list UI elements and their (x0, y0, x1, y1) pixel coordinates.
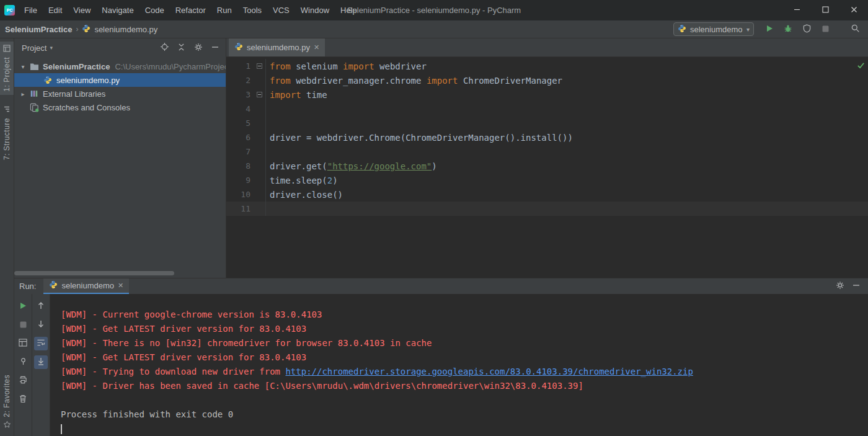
soft-wrap-button[interactable] (34, 337, 48, 350)
panel-settings-button[interactable] (190, 40, 206, 55)
line-number: 2 (246, 76, 250, 85)
tree-item-project-root[interactable]: ▾ SeleniumPractice C:\Users\mrudu\Pychar… (14, 60, 226, 73)
line-number-gutter[interactable]: 6 (226, 130, 266, 145)
inspection-ok-icon[interactable] (857, 61, 865, 71)
coverage-button[interactable] (799, 22, 815, 37)
tool-stripe-structure[interactable]: 7: Structure (0, 102, 14, 163)
project-view-selector[interactable]: Project ▾ (22, 43, 53, 53)
code-token: time (301, 90, 327, 100)
menu-tools[interactable]: Tools (237, 0, 267, 20)
tree-item-external-libraries[interactable]: ▸ External Libraries (14, 87, 226, 100)
run-icon (766, 25, 773, 34)
hide-icon (852, 282, 860, 291)
line-number-gutter[interactable]: 3 (226, 87, 266, 102)
scroll-to-end-button[interactable] (34, 355, 48, 369)
print-console-button[interactable] (16, 374, 30, 388)
console-text: [WDM] - Trying to download new driver fr… (61, 367, 285, 376)
collapse-all-button[interactable] (173, 40, 190, 55)
console-text: [WDM] - Get LATEST driver version for 83… (61, 324, 306, 334)
expand-arrow-icon[interactable]: ▾ (19, 63, 27, 70)
editor-tab-seleniumdemo[interactable]: seleniumdemo.py ✕ (229, 38, 325, 56)
stop-process-button[interactable] (16, 318, 30, 332)
clear-console-button[interactable] (16, 393, 30, 406)
close-icon[interactable]: ✕ (118, 282, 123, 290)
code-token: from (270, 61, 291, 71)
console-line-6: [WDM] - Driver has been saved in cache [… (61, 379, 868, 393)
fold-marker-icon[interactable] (257, 63, 262, 69)
menu-view[interactable]: View (68, 0, 96, 20)
minimize-button[interactable] (782, 0, 811, 20)
code-line-4[interactable]: 4 (226, 102, 868, 116)
hide-panel-button[interactable] (206, 40, 223, 55)
gear-icon (194, 43, 203, 53)
menu-file[interactable]: File (19, 0, 43, 20)
code-line-3[interactable]: 3import time (226, 87, 868, 102)
close-window-icon (851, 6, 857, 15)
console-line-3: [WDM] - There is no [win32] chromedriver… (61, 336, 868, 350)
code-line-9[interactable]: 9time.sleep(2) (226, 173, 868, 187)
hide-run-panel-button[interactable] (848, 279, 864, 294)
line-number: 3 (246, 90, 250, 99)
tool-stripe-project-label: 1: Project (2, 57, 11, 92)
locate-file-button[interactable] (156, 40, 173, 55)
code-editor[interactable]: 1from selenium import webdriver2from web… (226, 57, 868, 278)
code-line-2[interactable]: 2from webdriver_manager.chrome import Ch… (226, 73, 868, 87)
pin-tab-button[interactable] (16, 355, 30, 369)
console-link[interactable]: http://chromedriver.storage.googleapis.c… (285, 367, 693, 376)
code-line-10[interactable]: 10driver.close() (226, 187, 868, 202)
line-number-gutter[interactable]: 8 (226, 159, 266, 173)
menu-refactor[interactable]: Refactor (170, 0, 211, 20)
close-icon[interactable]: ✕ (314, 43, 319, 51)
line-number-gutter[interactable]: 10 (226, 187, 266, 202)
restore-layout-button[interactable] (16, 337, 30, 350)
tree-item-scratches[interactable]: Scratches and Consoles (14, 100, 226, 114)
stop-button[interactable] (817, 22, 833, 37)
run-config-select[interactable]: seleniumdemo ▾ (673, 22, 754, 36)
up-stack-trace-button[interactable] (34, 300, 48, 313)
line-number: 10 (241, 190, 250, 199)
debug-button[interactable] (780, 22, 796, 37)
line-number-gutter[interactable]: 5 (226, 116, 266, 130)
code-line-5[interactable]: 5 (226, 116, 868, 130)
menu-navigate[interactable]: Navigate (96, 0, 139, 20)
run-button[interactable] (761, 22, 777, 37)
menu-help[interactable]: Help (335, 0, 363, 20)
down-stack-trace-button[interactable] (34, 318, 48, 332)
maximize-button[interactable] (811, 0, 839, 20)
run-console[interactable]: [WDM] - Current google-chrome version is… (50, 294, 868, 436)
breadcrumb-file[interactable]: seleniumdemo.py (94, 25, 157, 34)
chevron-down-icon: ▾ (746, 26, 750, 33)
run-tab-seleniumdemo[interactable]: seleniumdemo ✕ (43, 278, 129, 294)
console-caret-line (61, 422, 868, 436)
search-everywhere-button[interactable] (847, 22, 863, 37)
code-line-7[interactable]: 7 (226, 145, 868, 159)
run-actions-toolbar (14, 294, 32, 436)
line-number-gutter[interactable]: 2 (226, 73, 266, 87)
line-number-gutter[interactable]: 1 (226, 59, 266, 73)
code-token: driver = webdriver.Chrome(ChromeDriverMa… (270, 133, 573, 143)
code-line-6[interactable]: 6driver = webdriver.Chrome(ChromeDriverM… (226, 130, 868, 145)
tree-item-seleniumdemo[interactable]: seleniumdemo.py (14, 73, 226, 87)
code-line-8[interactable]: 8driver.get("https://google.com") (226, 159, 868, 173)
menu-window[interactable]: Window (295, 0, 335, 20)
tool-stripe-project[interactable]: 1: Project (0, 42, 14, 95)
code-line-1[interactable]: 1from selenium import webdriver (226, 59, 868, 73)
line-number-gutter[interactable]: 11 (226, 202, 266, 216)
menu-edit[interactable]: Edit (43, 0, 68, 20)
fold-marker-icon[interactable] (257, 92, 262, 97)
line-number-gutter[interactable]: 9 (226, 173, 266, 187)
menu-run[interactable]: Run (211, 0, 237, 20)
rerun-button[interactable] (16, 300, 30, 313)
breadcrumb-project[interactable]: SeleniumPractice (5, 25, 72, 34)
run-panel-settings-button[interactable] (832, 279, 848, 294)
line-number-gutter[interactable]: 7 (226, 145, 266, 159)
scrollbar-thumb[interactable] (14, 271, 174, 275)
menu-vcs[interactable]: VCS (267, 0, 295, 20)
code-line-11[interactable]: 11 (226, 202, 868, 216)
menu-code[interactable]: Code (140, 0, 170, 20)
close-button[interactable] (839, 0, 868, 20)
run-label: Run: (19, 282, 36, 291)
tool-stripe-favorites[interactable]: 2: Favorites (0, 371, 14, 434)
collapse-arrow-icon[interactable]: ▸ (19, 91, 27, 97)
line-number-gutter[interactable]: 4 (226, 102, 266, 116)
